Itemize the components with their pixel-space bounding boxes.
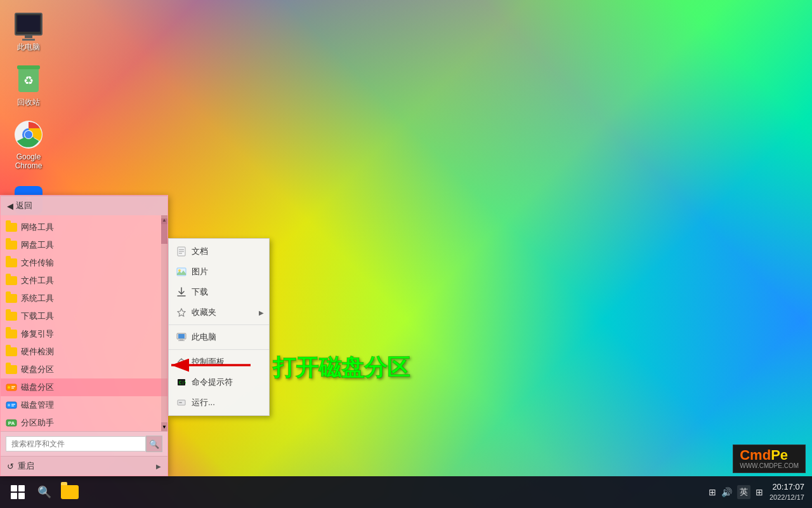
cmd-part: Cmd (740, 447, 771, 463)
star-icon (176, 307, 187, 318)
menu-item-disk-partition-folder[interactable]: 硬盘分区 (1, 361, 167, 378)
context-item-this-pc[interactable]: 此电脑 (169, 327, 269, 347)
taskbar-system-icons: ⊞ 🔊 英 ⊞ (709, 485, 763, 499)
menu-item-label: 网盘工具 (21, 239, 54, 251)
menu-item-label: 文件工具 (21, 275, 54, 286)
menu-item-repair-guide[interactable]: 修复引导 (1, 325, 167, 343)
annotation-arrow (165, 356, 254, 377)
cmdpe-title: CmdPe (740, 448, 799, 462)
desktop-icon-this-pc[interactable]: 此电脑 (6, 6, 51, 55)
desktop: 此电脑 ♻ 回收站 (0, 0, 812, 508)
cmd-icon: C:\ (176, 377, 187, 387)
this-pc-icon (13, 9, 44, 39)
context-menu: 文档 图片 下载 (168, 238, 270, 416)
annotation-text: 打开磁盘分区 (273, 352, 410, 384)
chrome-icon (13, 119, 44, 150)
back-arrow-icon: ◀ (7, 201, 13, 211)
context-item-documents[interactable]: 文档 (169, 241, 269, 262)
disk-mgmt-icon (6, 399, 17, 411)
restart-icon: ↺ (7, 462, 14, 471)
folder-icon (6, 347, 17, 356)
menu-item-label: 文件传输 (21, 257, 54, 269)
restart-label: 重启 (18, 460, 34, 472)
document-icon (176, 246, 187, 257)
context-label: 下载 (192, 286, 208, 298)
search-input[interactable] (6, 436, 146, 451)
submenu-arrow-icon: ▶ (259, 309, 264, 316)
context-divider (169, 324, 269, 325)
recycle-bin-label: 回收站 (17, 97, 40, 108)
context-item-pictures[interactable]: 图片 (169, 262, 269, 282)
menu-item-netdisk-tools[interactable]: 网盘工具 (1, 236, 167, 254)
context-item-downloads[interactable]: 下载 (169, 282, 269, 302)
restart-button[interactable]: ↺ 重启 ▶ (1, 456, 167, 476)
desktop-icon-chrome[interactable]: GoogleChrome (6, 117, 51, 173)
menu-item-file-tools[interactable]: 文件工具 (1, 272, 167, 290)
context-label: 收藏夹 (192, 307, 216, 318)
svg-rect-27 (180, 339, 183, 340)
folder-icon (6, 258, 17, 267)
context-label: 此电脑 (192, 331, 216, 343)
svg-rect-9 (11, 388, 14, 389)
folder-icon (6, 312, 17, 321)
svg-rect-12 (11, 404, 15, 405)
chrome-label: GoogleChrome (15, 152, 43, 170)
start-button[interactable] (5, 479, 30, 505)
menu-item-download-tools[interactable]: 下载工具 (1, 307, 167, 325)
taskbar-search-button[interactable]: 🔍 (33, 481, 56, 504)
menu-item-disk-partition[interactable]: 磁盘分区 (1, 378, 167, 396)
desktop-icon-recycle[interactable]: ♻ 回收站 (6, 62, 51, 110)
volume-icon[interactable]: 🔊 (721, 487, 732, 497)
svg-rect-13 (11, 406, 14, 407)
taskbar-time: 20:17:07 (769, 481, 804, 493)
taskbar-file-button[interactable] (58, 481, 81, 504)
menu-item-file-transfer[interactable]: 文件传输 (1, 254, 167, 272)
menu-item-disk-management[interactable]: 磁盘管理 (1, 396, 167, 414)
context-label: 图片 (192, 266, 208, 277)
menu-item-system-tools[interactable]: 系统工具 (1, 290, 167, 307)
run-icon (176, 398, 187, 408)
svg-text:PA: PA (8, 420, 15, 426)
context-item-run[interactable]: 运行... (169, 392, 269, 413)
context-label: 运行... (192, 397, 215, 408)
folder-icon (6, 223, 17, 232)
scroll-down[interactable]: ▼ (161, 422, 167, 431)
menu-item-network-tools[interactable]: 网络工具 (1, 218, 167, 236)
svg-rect-8 (11, 386, 15, 387)
scroll-bar[interactable]: ▲ ▼ (161, 215, 167, 431)
svg-point-7 (8, 386, 10, 389)
picture-icon (176, 267, 187, 277)
search-bar: 🔍 (1, 431, 167, 456)
back-button[interactable]: ◀ 返回 (1, 196, 167, 215)
folder-icon (6, 276, 17, 285)
cmdpe-url: WWW.CMDPE.COM (740, 462, 799, 469)
computer-icon (176, 332, 187, 342)
taskbar-right-area: ⊞ 🔊 英 ⊞ 20:17:07 2022/12/17 (709, 481, 807, 503)
download-icon (176, 287, 187, 297)
taskbar: 🔍 ⊞ 🔊 英 ⊞ 20:17:07 2022/12/17 (0, 476, 812, 508)
menu-item-label: 分区助手 (21, 417, 54, 429)
svg-rect-38 (179, 402, 182, 403)
folder-icon (6, 241, 17, 250)
search-icon: 🔍 (149, 439, 159, 449)
desktop-icons-area: 此电脑 ♻ 回收站 (6, 6, 51, 220)
recycle-bin-icon: ♻ (13, 64, 44, 95)
search-button[interactable]: 🔍 (146, 436, 162, 452)
menu-item-hardware-check[interactable]: 硬件检测 (1, 343, 167, 361)
menu-item-label: 硬盘分区 (21, 364, 54, 375)
svg-rect-28 (178, 340, 185, 341)
scroll-thumb[interactable] (161, 218, 167, 244)
menu-item-label: 下载工具 (21, 311, 54, 322)
svg-point-3 (25, 131, 32, 138)
taskbar-search-icon: 🔍 (37, 485, 51, 499)
menu-item-partition-assistant[interactable]: PA 分区助手 (1, 414, 167, 431)
grid-icon[interactable]: ⊞ (756, 487, 763, 497)
back-label: 返回 (16, 200, 32, 211)
svg-point-11 (8, 404, 10, 406)
language-indicator[interactable]: 英 (737, 485, 750, 499)
context-item-favorites[interactable]: 收藏夹 ▶ (169, 302, 269, 323)
taskview-icon[interactable]: ⊞ (709, 487, 716, 497)
menu-item-label: 修复引导 (21, 328, 54, 340)
taskbar-clock[interactable]: 20:17:07 2022/12/17 (769, 481, 804, 503)
menu-item-label: 硬件检测 (21, 346, 54, 358)
